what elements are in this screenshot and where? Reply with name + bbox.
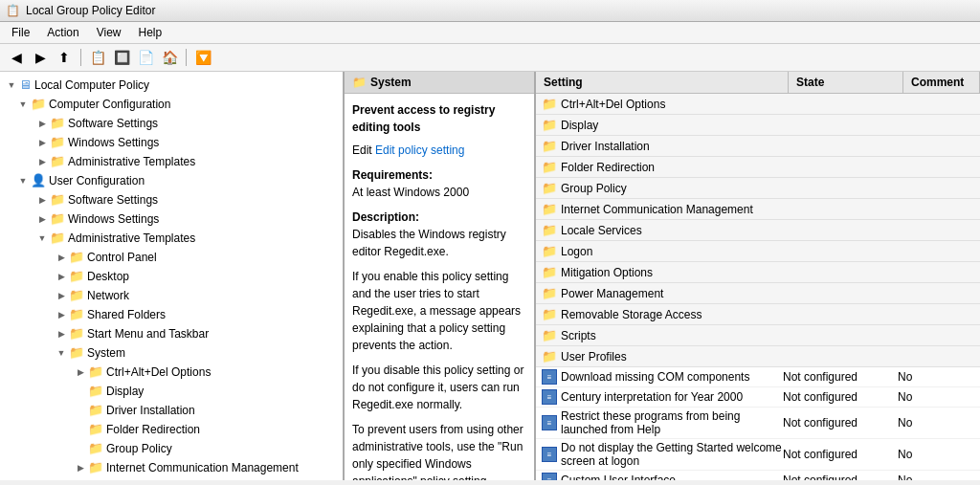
adm-uc-icon: 📁	[50, 230, 65, 247]
tree-start-menu[interactable]: ▶ 📁 Start Menu and Taskbar	[0, 324, 343, 343]
section-cad-label: Ctrl+Alt+Del Options	[561, 98, 665, 111]
section-scripts[interactable]: 📁 Scripts	[536, 325, 980, 346]
tree-software-uc[interactable]: ▶ 📁 Software Settings	[0, 190, 343, 209]
expand-cad[interactable]: ▶	[73, 364, 88, 380]
tree-locale[interactable]: ▶ 📁 Locale Services	[0, 477, 343, 480]
sm-label: Start Menu and Taskbar	[87, 325, 209, 342]
menu-help[interactable]: Help	[131, 24, 170, 41]
section-disp-label: Display	[561, 119, 598, 132]
filter-button[interactable]: 🔽	[192, 47, 213, 68]
setting-row-restrict[interactable]: ≡ Restrict these programs from being lau…	[536, 408, 980, 439]
section-mitigation[interactable]: 📁 Mitigation Options	[536, 262, 980, 283]
section-folder-redir[interactable]: 📁 Folder Redirection	[536, 157, 980, 178]
description-label: Description:	[352, 209, 526, 226]
expand-adm-uc[interactable]: ▼	[34, 231, 50, 246]
col-header-setting: Setting	[536, 72, 789, 93]
tree-shared-folders[interactable]: ▶ 📁 Shared Folders	[0, 305, 343, 324]
tree-control-panel[interactable]: ▶ 📁 Control Panel	[0, 248, 343, 267]
tree-software-cc[interactable]: ▶ 📁 Software Settings	[0, 114, 343, 133]
tree-computer-config[interactable]: ▼ 📁 Computer Configuration	[0, 95, 343, 114]
tree-windows-cc[interactable]: ▶ 📁 Windows Settings	[0, 133, 343, 152]
section-logon[interactable]: 📁 Logon	[536, 241, 980, 262]
section-display[interactable]: 📁 Display	[536, 115, 980, 136]
section-locale[interactable]: 📁 Locale Services	[536, 220, 980, 241]
tree-system[interactable]: ▼ 📁 System	[0, 343, 343, 363]
home-button[interactable]: 🏠	[159, 47, 180, 68]
properties-button[interactable]: 🔲	[111, 47, 132, 68]
setting-row-download-com[interactable]: ≡ Download missing COM components Not co…	[536, 367, 980, 387]
menu-action[interactable]: Action	[39, 24, 86, 41]
toolbar-separator	[80, 49, 81, 66]
right-header: Setting State Comment	[536, 72, 980, 94]
menu-view[interactable]: View	[89, 24, 129, 41]
expand-root[interactable]: ▼	[4, 77, 19, 93]
edit-label: Edit	[352, 143, 375, 157]
folder-icon-fr: 📁	[542, 160, 557, 174]
expand-sf[interactable]: ▶	[54, 307, 69, 322]
expand-adm-cc[interactable]: ▶	[34, 154, 50, 169]
section-power[interactable]: 📁 Power Management	[536, 283, 980, 304]
tree-network[interactable]: ▶ 📁 Network	[0, 286, 343, 305]
right-body: 📁 Ctrl+Alt+Del Options 📁 Display 📁 Drive…	[536, 94, 980, 480]
sf-label: Shared Folders	[87, 306, 166, 323]
section-ctrl-alt-del[interactable]: 📁 Ctrl+Alt+Del Options	[536, 94, 980, 115]
section-pwr-label: Power Management	[561, 287, 663, 300]
forward-button[interactable]: ▶	[30, 47, 51, 68]
setting-comment-0: No	[898, 370, 974, 384]
section-user-profiles[interactable]: 📁 User Profiles	[536, 346, 980, 367]
setting-row-dont-display[interactable]: ≡ Do not display the Getting Started wel…	[536, 439, 980, 471]
expand-sw-cc[interactable]: ▶	[34, 116, 50, 131]
adm-cc-label: Administrative Templates	[68, 153, 195, 170]
section-internet-comm[interactable]: 📁 Internet Communication Management	[536, 199, 980, 220]
main-layout: ▼ 🖥 Local Computer Policy ▼ 📁 Computer C…	[0, 72, 980, 480]
expand-sys[interactable]: ▼	[54, 345, 69, 361]
section-fr-label: Folder Redirection	[561, 161, 655, 174]
root-icon: 🖥	[19, 77, 32, 94]
sys-icon: 📁	[69, 344, 84, 362]
win-uc-icon: 📁	[50, 210, 65, 228]
expand-desk[interactable]: ▶	[54, 269, 69, 284]
menu-file[interactable]: File	[4, 24, 37, 41]
col-header-state: State	[789, 72, 903, 93]
expand-win-cc[interactable]: ▶	[34, 135, 50, 150]
expand-cp[interactable]: ▶	[54, 250, 69, 265]
tree-windows-uc[interactable]: ▶ 📁 Windows Settings	[0, 209, 343, 229]
tree-ctrl-alt[interactable]: ▶ 📁 Ctrl+Alt+Del Options	[0, 363, 343, 382]
tree-admin-uc[interactable]: ▼ 📁 Administrative Templates	[0, 229, 343, 248]
expand-sw-uc[interactable]: ▶	[34, 192, 50, 208]
tree-folder-redir[interactable]: ▶ 📁 Folder Redirection	[0, 420, 343, 439]
setting-row-custom-ui[interactable]: ≡ Custom User Interface Not configured N…	[536, 471, 980, 480]
show-hide-button[interactable]: 📋	[87, 47, 108, 68]
net-icon: 📁	[69, 287, 84, 304]
expand-sm[interactable]: ▶	[54, 326, 69, 342]
expand-ic[interactable]: ▶	[73, 460, 88, 475]
tree-group-policy-tree[interactable]: ▶ 📁 Group Policy	[0, 439, 343, 458]
tree-admin-cc[interactable]: ▶ 📁 Administrative Templates	[0, 152, 343, 171]
tree-desktop[interactable]: ▶ 📁 Desktop	[0, 267, 343, 286]
setting-row-century[interactable]: ≡ Century interpretation for Year 2000 N…	[536, 387, 980, 408]
win-uc-label: Windows Settings	[68, 210, 159, 228]
help-button[interactable]: 📄	[135, 47, 156, 68]
back-button[interactable]: ◀	[6, 47, 27, 68]
tree-user-config[interactable]: ▼ 👤 User Configuration	[0, 171, 343, 190]
setting-name-4: Custom User Interface	[561, 474, 783, 480]
section-driver[interactable]: 📁 Driver Installation	[536, 136, 980, 157]
section-gp-label: Group Policy	[561, 182, 627, 195]
expand-cc[interactable]: ▼	[15, 97, 31, 112]
disp-label: Display	[106, 383, 144, 400]
expand-win-uc[interactable]: ▶	[34, 211, 50, 227]
section-group-policy[interactable]: 📁 Group Policy	[536, 178, 980, 199]
section-scr-label: Scripts	[561, 329, 596, 342]
edit-link[interactable]: Edit policy setting	[375, 143, 464, 157]
tree-driver[interactable]: ▶ 📁 Driver Installation	[0, 401, 343, 420]
expand-uc[interactable]: ▼	[15, 173, 31, 188]
app-icon: 📋	[6, 4, 20, 17]
tree-root[interactable]: ▼ 🖥 Local Computer Policy	[0, 76, 343, 95]
section-removable[interactable]: 📁 Removable Storage Access	[536, 304, 980, 325]
tree-internet-comm[interactable]: ▶ 📁 Internet Communication Management	[0, 458, 343, 477]
setting-name-1: Century interpretation for Year 2000	[561, 390, 783, 404]
up-button[interactable]: ⬆	[54, 47, 75, 68]
expand-net[interactable]: ▶	[54, 288, 69, 303]
tree-display[interactable]: ▶ 📁 Display	[0, 382, 343, 401]
para2: If you disable this policy setting or do…	[352, 362, 526, 413]
